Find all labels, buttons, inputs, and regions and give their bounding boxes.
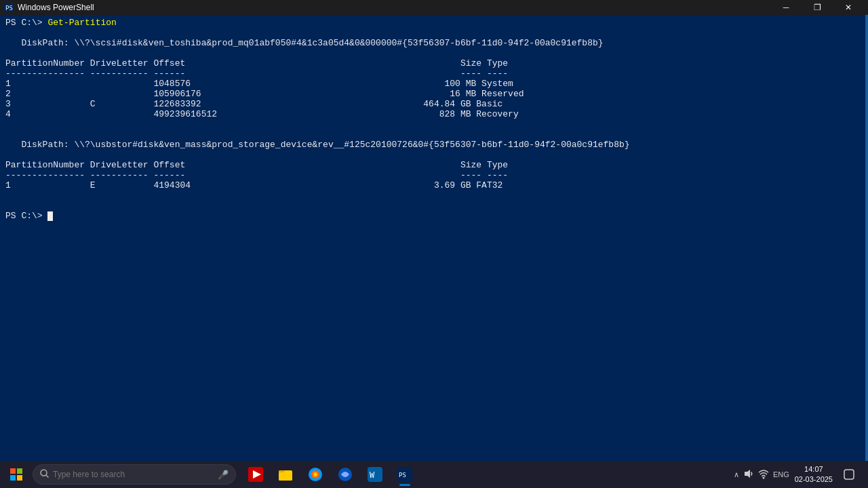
titlebar-left: PS Windows PowerShell: [4, 3, 94, 12]
titlebar: PS Windows PowerShell ─ ❐ ✕: [0, 0, 868, 15]
notification-button[interactable]: [838, 461, 860, 488]
svg-text:W: W: [370, 470, 375, 480]
svg-rect-2: [10, 468, 16, 474]
tray-chevron[interactable]: ∧: [734, 470, 739, 479]
app4-icon: [337, 466, 353, 483]
firefox-icon: [307, 466, 323, 483]
search-icon: [40, 469, 49, 480]
svg-rect-12: [279, 472, 292, 481]
taskbar-app-file-explorer[interactable]: [271, 462, 300, 487]
windows-logo-icon: [10, 468, 22, 481]
search-input[interactable]: [53, 470, 202, 479]
taskbar-app-5[interactable]: W: [361, 462, 389, 487]
svg-rect-23: [844, 470, 854, 479]
taskbar-apps: W PS: [241, 462, 419, 487]
microphone-icon[interactable]: 🎤: [218, 470, 229, 480]
network-icon[interactable]: [758, 468, 769, 481]
powershell-icon: PS: [4, 3, 14, 12]
cursor: [47, 211, 53, 221]
taskbar-app-firefox[interactable]: [301, 462, 330, 487]
minimize-button[interactable]: ─: [770, 0, 802, 15]
svg-line-7: [46, 475, 48, 477]
taskbar-app-powershell[interactable]: PS: [391, 462, 419, 487]
svg-point-22: [762, 476, 764, 479]
media-player-icon: [248, 466, 264, 483]
svg-text:PS: PS: [5, 5, 13, 12]
svg-text:PS: PS: [399, 472, 406, 479]
svg-rect-4: [10, 475, 16, 481]
clock-date: 02-03-2025: [795, 474, 833, 485]
volume-icon[interactable]: [743, 468, 754, 481]
ps-command: Get-Partition: [47, 18, 116, 28]
clock-time: 14:07: [795, 464, 833, 474]
ps-prompt: PS C:\>: [5, 18, 47, 28]
close-button[interactable]: ✕: [833, 0, 864, 15]
notification-icon: [844, 469, 854, 480]
svg-marker-21: [745, 470, 750, 478]
titlebar-controls: ─ ❐ ✕: [770, 0, 864, 15]
language-indicator[interactable]: ENG: [773, 470, 789, 479]
ps-prompt-2: PS C:\>: [5, 211, 47, 221]
titlebar-title: Windows PowerShell: [18, 3, 94, 12]
tray-icons: ∧ ENG: [734, 468, 789, 481]
search-bar[interactable]: 🎤: [33, 464, 236, 485]
svg-rect-5: [17, 475, 22, 481]
file-explorer-icon: [277, 466, 294, 483]
taskbar: 🎤: [0, 461, 868, 488]
resize-handle[interactable]: [865, 15, 868, 461]
start-button[interactable]: [3, 461, 30, 488]
clock[interactable]: 14:07 02-03-2025: [795, 464, 833, 485]
taskbar-app-media-player[interactable]: [241, 462, 270, 487]
terminal-output[interactable]: PS C:\> Get-Partition DiskPath: \\?\scsi…: [0, 15, 868, 461]
svg-point-15: [313, 472, 317, 476]
taskbar-app-4[interactable]: [331, 462, 359, 487]
restore-button[interactable]: ❐: [802, 0, 833, 15]
powershell-taskbar-icon: PS: [397, 466, 413, 483]
svg-rect-3: [17, 468, 22, 474]
app5-icon: W: [367, 466, 383, 483]
taskbar-right: ∧ ENG 14:07 02-03-2025: [734, 461, 865, 488]
